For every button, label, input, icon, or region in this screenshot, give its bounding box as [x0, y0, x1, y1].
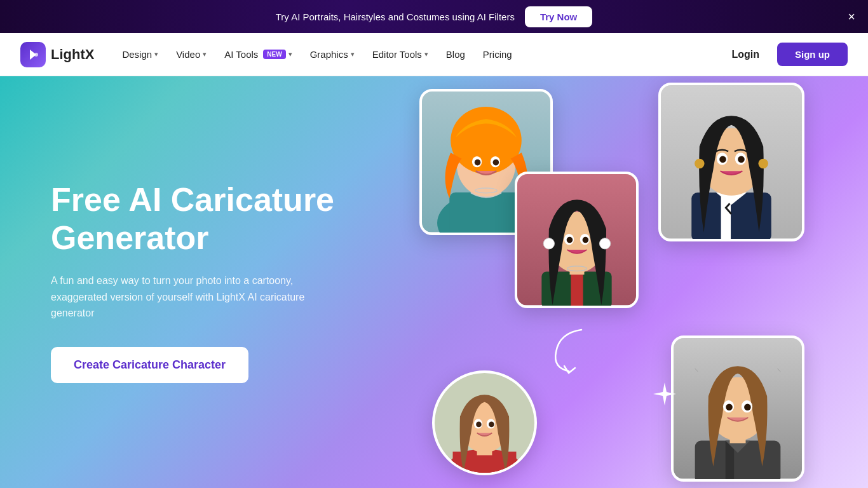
banner-text: Try AI Portraits, Hairstyles and Costume…	[276, 11, 515, 22]
aitools-badge: NEW	[263, 50, 285, 59]
svg-point-9	[475, 159, 481, 166]
svg-point-42	[726, 404, 733, 411]
caricature-image-bottom-right	[671, 336, 804, 482]
nav-label-pricing: Pricing	[483, 49, 512, 60]
create-caricature-button[interactable]: Create Caricature Character	[51, 347, 248, 383]
caricature-image-middle	[515, 172, 639, 308]
svg-point-22	[758, 159, 768, 168]
image-fill-circle	[435, 373, 534, 473]
nav-auth: Login Sign up	[721, 43, 848, 66]
nav-item-pricing[interactable]: Pricing	[475, 44, 520, 65]
hero-right	[381, 76, 817, 488]
svg-rect-3	[449, 193, 522, 233]
svg-point-30	[567, 237, 573, 243]
nav-label-aitools: AI Tools	[224, 49, 258, 60]
svg-rect-25	[571, 272, 583, 306]
logo-text: LightX	[51, 46, 94, 63]
svg-point-53	[476, 422, 482, 428]
nav-items: Design ▾ Video ▾ AI Tools NEW ▾ Graphics…	[114, 44, 721, 65]
hero-left: Free AI Caricature Generator A fun and e…	[51, 181, 381, 383]
nav-label-video: Video	[176, 49, 200, 60]
nav-item-graphics[interactable]: Graphics ▾	[302, 44, 362, 65]
hero-subtitle: A fun and easy way to turn your photo in…	[51, 273, 330, 322]
svg-point-54	[489, 422, 494, 428]
chevron-icon-aitools: ▾	[288, 50, 292, 58]
image-fill-dark	[661, 85, 802, 239]
nav-item-video[interactable]: Video ▾	[168, 44, 214, 65]
svg-point-43	[744, 404, 751, 411]
chevron-icon-graphics: ▾	[351, 50, 355, 58]
logo-icon	[20, 42, 46, 67]
chevron-icon-editortools: ▾	[424, 50, 428, 58]
signup-button[interactable]: Sign up	[777, 43, 848, 66]
nav-item-aitools[interactable]: AI Tools NEW ▾	[217, 44, 299, 65]
hero-title: Free AI Caricature Generator	[51, 181, 381, 257]
banner-close-button[interactable]: ×	[848, 10, 855, 23]
nav-label-design: Design	[122, 49, 152, 60]
nav-item-editortools[interactable]: Editor Tools ▾	[365, 44, 436, 65]
image-fill-middle	[517, 174, 636, 306]
navbar: LightX Design ▾ Video ▾ AI Tools NEW ▾ G…	[0, 33, 868, 76]
nav-item-design[interactable]: Design ▾	[114, 44, 166, 65]
arrow-curl-icon	[546, 327, 591, 380]
hero-section: Free AI Caricature Generator A fun and e…	[0, 76, 868, 488]
svg-point-21	[695, 159, 704, 168]
nav-label-graphics: Graphics	[310, 49, 348, 60]
svg-point-6	[451, 107, 522, 174]
svg-point-31	[583, 237, 589, 243]
sparkle-icon	[652, 381, 677, 412]
svg-point-32	[543, 238, 554, 249]
top-banner: Try AI Portraits, Hairstyles and Costume…	[0, 0, 868, 33]
logo-link[interactable]: LightX	[20, 42, 94, 67]
banner-try-now-button[interactable]: Try Now	[525, 6, 592, 27]
chevron-icon-design: ▾	[154, 50, 158, 58]
svg-point-0	[34, 53, 38, 57]
nav-item-blog[interactable]: Blog	[438, 44, 473, 65]
svg-point-10	[493, 159, 499, 166]
svg-point-33	[599, 238, 610, 249]
nav-label-blog: Blog	[446, 49, 465, 60]
chevron-icon-video: ▾	[203, 50, 207, 58]
login-button[interactable]: Login	[721, 44, 770, 65]
caricature-image-dark	[658, 83, 804, 241]
image-fill-bottom-right	[674, 338, 802, 479]
svg-point-19	[719, 156, 726, 163]
caricature-image-circle	[432, 370, 537, 475]
nav-label-editortools: Editor Tools	[372, 49, 422, 60]
svg-point-20	[738, 156, 745, 163]
